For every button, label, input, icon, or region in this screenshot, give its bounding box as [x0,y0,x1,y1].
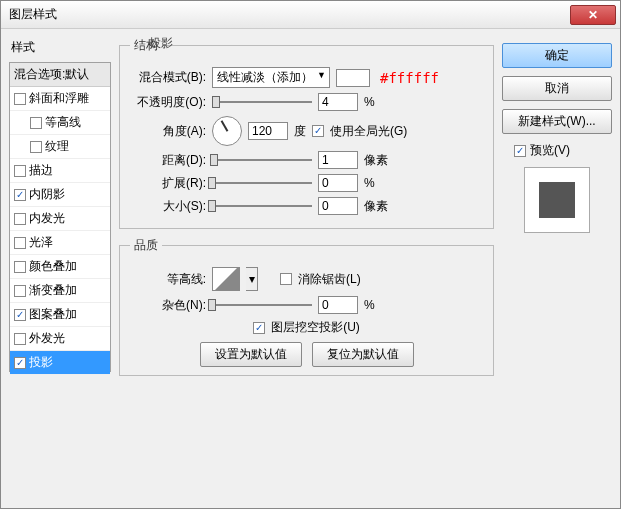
blend-mode-select[interactable]: 线性减淡（添加） [212,67,330,88]
opacity-slider[interactable] [212,95,312,109]
style-item-label: 投影 [29,354,53,371]
global-light-label: 使用全局光(G) [330,123,407,140]
action-panel: 确定 取消 新建样式(W)... 预览(V) [502,37,612,500]
noise-input[interactable] [318,296,358,314]
size-slider[interactable] [212,199,312,213]
quality-group: 品质 等高线: ▾ 消除锯齿(L) 杂色(N): % 图层 [119,237,494,376]
size-unit: 像素 [364,198,392,215]
opacity-label: 不透明度(O): [130,94,206,111]
styles-label: 样式 [9,37,111,58]
close-icon: ✕ [588,8,598,22]
distance-input[interactable] [318,151,358,169]
noise-unit: % [364,298,392,312]
reset-default-button[interactable]: 复位为默认值 [312,342,414,367]
noise-slider[interactable] [212,298,312,312]
set-default-button[interactable]: 设置为默认值 [200,342,302,367]
opacity-unit: % [364,95,392,109]
style-item-label: 描边 [29,162,53,179]
size-input[interactable] [318,197,358,215]
style-checkbox[interactable] [14,261,26,273]
cancel-button[interactable]: 取消 [502,76,612,101]
color-hex: #ffffff [380,70,439,86]
spread-unit: % [364,176,392,190]
style-item-label: 外发光 [29,330,65,347]
distance-slider[interactable] [212,153,312,167]
style-item-3[interactable]: 描边 [10,159,110,183]
style-item-5[interactable]: 内发光 [10,207,110,231]
settings-panel: 结构 混合模式(B): 线性减淡（添加） #ffffff 不透明度(O): % … [119,37,494,500]
blend-options-header[interactable]: 混合选项:默认 [10,63,110,87]
angle-label: 角度(A): [130,123,206,140]
preview-checkbox[interactable] [514,145,526,157]
antialias-label: 消除锯齿(L) [298,271,361,288]
quality-legend: 品质 [130,237,162,254]
angle-input[interactable] [248,122,288,140]
angle-unit: 度 [294,123,306,140]
distance-label: 距离(D): [130,152,206,169]
antialias-checkbox[interactable] [280,273,292,285]
distance-unit: 像素 [364,152,392,169]
style-checkbox[interactable] [14,237,26,249]
preview-swatch [539,182,575,218]
size-label: 大小(S): [130,198,206,215]
contour-picker[interactable] [212,267,240,291]
style-checkbox[interactable] [14,285,26,297]
layer-style-dialog: 图层样式 ✕ 投影 样式 混合选项:默认 斜面和浮雕等高线纹理描边内阴影内发光光… [0,0,621,509]
style-item-label: 图案叠加 [29,306,77,323]
global-light-checkbox[interactable] [312,125,324,137]
style-checkbox[interactable] [14,213,26,225]
style-checkbox[interactable] [14,93,26,105]
style-item-label: 颜色叠加 [29,258,77,275]
preview-box [524,167,590,233]
style-item-11[interactable]: 投影 [10,351,110,375]
style-item-label: 渐变叠加 [29,282,77,299]
style-item-label: 斜面和浮雕 [29,90,89,107]
ok-button[interactable]: 确定 [502,43,612,68]
close-button[interactable]: ✕ [570,5,616,25]
style-checkbox[interactable] [14,189,26,201]
style-checkbox[interactable] [14,357,26,369]
style-item-label: 内发光 [29,210,65,227]
contour-dropdown[interactable]: ▾ [246,267,258,291]
style-checkbox[interactable] [30,117,42,129]
style-checkbox[interactable] [14,333,26,345]
panel-title: 投影 [149,35,173,52]
new-style-button[interactable]: 新建样式(W)... [502,109,612,134]
style-item-6[interactable]: 光泽 [10,231,110,255]
spread-slider[interactable] [212,176,312,190]
style-item-10[interactable]: 外发光 [10,327,110,351]
style-item-1[interactable]: 等高线 [10,111,110,135]
window-title: 图层样式 [5,6,570,23]
style-item-2[interactable]: 纹理 [10,135,110,159]
contour-label: 等高线: [130,271,206,288]
style-item-4[interactable]: 内阴影 [10,183,110,207]
style-item-7[interactable]: 颜色叠加 [10,255,110,279]
style-item-label: 内阴影 [29,186,65,203]
styles-panel: 样式 混合选项:默认 斜面和浮雕等高线纹理描边内阴影内发光光泽颜色叠加渐变叠加图… [9,37,111,500]
structure-group: 结构 混合模式(B): 线性减淡（添加） #ffffff 不透明度(O): % … [119,37,494,229]
knockout-checkbox[interactable] [253,322,265,334]
knockout-label: 图层挖空投影(U) [271,319,360,336]
blend-mode-label: 混合模式(B): [130,69,206,86]
color-swatch[interactable] [336,69,370,87]
style-item-label: 纹理 [45,138,69,155]
noise-label: 杂色(N): [130,297,206,314]
style-item-label: 光泽 [29,234,53,251]
style-item-9[interactable]: 图案叠加 [10,303,110,327]
opacity-input[interactable] [318,93,358,111]
preview-label: 预览(V) [530,142,570,159]
style-item-8[interactable]: 渐变叠加 [10,279,110,303]
titlebar: 图层样式 ✕ [1,1,620,29]
style-item-label: 等高线 [45,114,81,131]
style-checkbox[interactable] [14,165,26,177]
angle-dial[interactable] [212,116,242,146]
spread-input[interactable] [318,174,358,192]
style-checkbox[interactable] [30,141,42,153]
styles-list: 混合选项:默认 斜面和浮雕等高线纹理描边内阴影内发光光泽颜色叠加渐变叠加图案叠加… [9,62,111,372]
spread-label: 扩展(R): [130,175,206,192]
style-checkbox[interactable] [14,309,26,321]
style-item-0[interactable]: 斜面和浮雕 [10,87,110,111]
